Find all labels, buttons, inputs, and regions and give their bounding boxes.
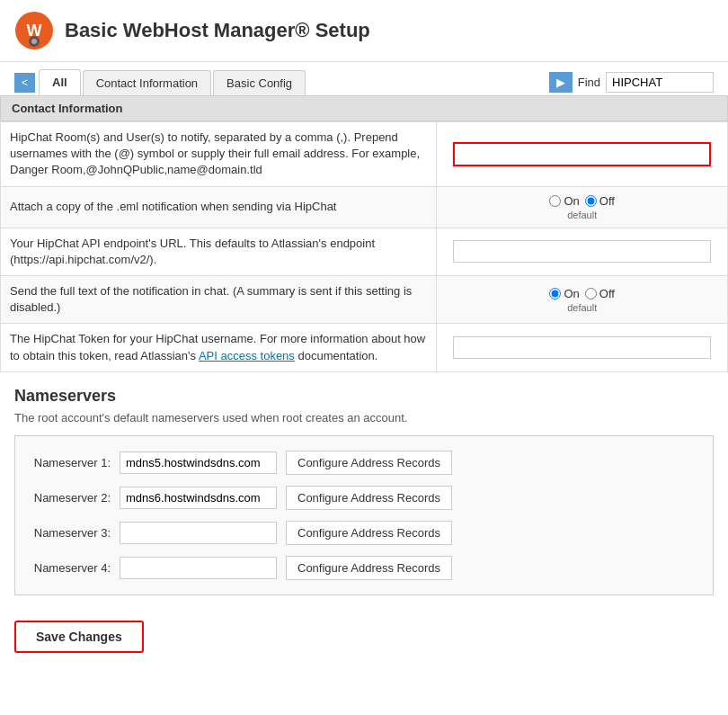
- nameserver-2-input[interactable]: [120, 487, 277, 509]
- full-text-on-label[interactable]: On: [549, 287, 579, 300]
- hipchat-api-url-input[interactable]: [453, 240, 711, 263]
- full-text-on-radio[interactable]: [549, 288, 561, 299]
- nameserver-2-configure-btn[interactable]: Configure Address Records: [286, 486, 452, 510]
- full-text-radio-group: On Off: [446, 287, 718, 300]
- find-input[interactable]: [606, 72, 714, 93]
- nameserver-3-input[interactable]: [120, 522, 277, 544]
- attach-eml-on-radio[interactable]: [549, 195, 561, 207]
- contact-info-table: HipChat Room(s) and User(s) to notify, s…: [0, 121, 728, 372]
- find-go-button[interactable]: ▶: [549, 72, 573, 93]
- page-title: Basic WebHost Manager® Setup: [65, 19, 370, 42]
- attach-eml-default: default: [446, 210, 718, 220]
- nameserver-row-1: Nameserver 1: Configure Address Records: [30, 451, 698, 475]
- attach-eml-off-label[interactable]: Off: [585, 194, 615, 208]
- table-row: The HipChat Token for your HipChat usern…: [1, 324, 728, 371]
- row5-description: The HipChat Token for your HipChat usern…: [1, 324, 437, 371]
- row3-description: Your HipChat API endpoint's URL. This de…: [1, 228, 437, 275]
- nameserver-3-configure-btn[interactable]: Configure Address Records: [286, 521, 452, 545]
- find-area: ▶ Find: [549, 72, 714, 93]
- save-changes-button[interactable]: Save Changes: [14, 621, 144, 653]
- whm-logo: W: [14, 11, 54, 50]
- nameserver-1-configure-btn[interactable]: Configure Address Records: [286, 451, 452, 475]
- find-label: Find: [578, 76, 600, 89]
- attach-eml-off-radio[interactable]: [585, 195, 597, 207]
- save-area: Save Changes: [0, 610, 728, 664]
- row2-control: On Off default: [437, 186, 728, 228]
- tabs-bar: < All Contact Information Basic Config ▶…: [0, 62, 728, 96]
- full-text-off-label[interactable]: Off: [585, 287, 615, 300]
- row4-control: On Off default: [437, 275, 728, 323]
- header: W Basic WebHost Manager® Setup: [0, 0, 728, 62]
- tab-basic-config[interactable]: Basic Config: [213, 70, 306, 95]
- nameserver-row-4: Nameserver 4: Configure Address Records: [30, 556, 698, 580]
- svg-point-3: [31, 39, 37, 44]
- api-access-tokens-link[interactable]: API access tokens: [199, 349, 295, 362]
- full-text-default: default: [446, 302, 718, 313]
- nameservers-heading: Nameservers: [14, 387, 714, 406]
- table-row: HipChat Room(s) and User(s) to notify, s…: [1, 122, 728, 187]
- table-row: Your HipChat API endpoint's URL. This de…: [1, 228, 728, 275]
- row4-description: Send the full text of the notification i…: [1, 275, 437, 323]
- nameserver-row-2: Nameserver 2: Configure Address Records: [30, 486, 698, 510]
- tab-contact-information[interactable]: Contact Information: [83, 70, 211, 95]
- row3-control: [437, 228, 728, 275]
- attach-eml-on-label[interactable]: On: [549, 194, 579, 208]
- contact-info-heading: Contact Information: [0, 96, 728, 121]
- nameserver-4-input[interactable]: [120, 557, 277, 579]
- nameservers-description: The root account's default nameservers u…: [14, 411, 714, 425]
- row1-control: [437, 122, 728, 187]
- full-text-off-radio[interactable]: [585, 288, 597, 299]
- nameservers-box: Nameserver 1: Configure Address Records …: [14, 435, 714, 595]
- tab-prev-button[interactable]: <: [14, 73, 35, 93]
- nameserver-4-configure-btn[interactable]: Configure Address Records: [286, 556, 452, 580]
- nameserver-row-3: Nameserver 3: Configure Address Records: [30, 521, 698, 545]
- hipchat-token-input[interactable]: [453, 336, 711, 359]
- row2-description: Attach a copy of the .eml notification w…: [1, 186, 437, 228]
- nameserver-1-input[interactable]: [120, 451, 277, 474]
- attach-eml-radio-group: On Off: [446, 194, 718, 208]
- nameserver-1-label: Nameserver 1:: [30, 456, 111, 469]
- nameserver-4-label: Nameserver 4:: [30, 561, 111, 575]
- nameserver-3-label: Nameserver 3:: [30, 526, 111, 540]
- nameservers-section: Nameservers The root account's default n…: [0, 372, 728, 610]
- row1-description: HipChat Room(s) and User(s) to notify, s…: [1, 122, 437, 187]
- nameserver-2-label: Nameserver 2:: [30, 491, 111, 505]
- table-row: Send the full text of the notification i…: [1, 275, 728, 323]
- row5-control: [437, 324, 728, 371]
- table-row: Attach a copy of the .eml notification w…: [1, 186, 728, 228]
- hipchat-rooms-input[interactable]: [453, 142, 711, 166]
- tab-all[interactable]: All: [39, 69, 81, 95]
